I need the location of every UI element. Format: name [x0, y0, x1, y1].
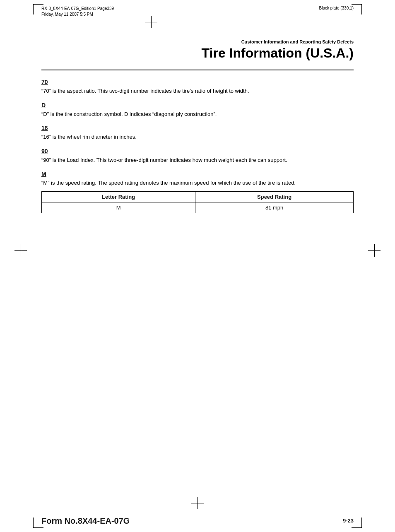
section-text-d: “D” is the tire construction symbol. D i… — [41, 110, 354, 118]
crosshair-top — [145, 16, 157, 28]
crop-mark-bl-v — [33, 518, 34, 528]
crop-mark-tl-h — [33, 4, 43, 5]
section-70: 70 “70” is the aspect ratio. This two-di… — [41, 79, 354, 95]
plate-info: Black plate (339,1) — [319, 6, 354, 10]
section-heading-70: 70 — [41, 79, 354, 85]
table-row: M 81 mph — [42, 202, 354, 213]
title-block: Customer Information and Reporting Safet… — [41, 39, 354, 65]
crop-mark-br-v — [361, 518, 362, 528]
section-text-16: “16” is the wheel rim diameter in inches… — [41, 133, 354, 141]
page-number: 9-23 — [343, 518, 354, 524]
section-heading-m: M — [41, 171, 354, 177]
crosshair-left — [14, 244, 27, 257]
crosshair-right — [368, 244, 381, 257]
section-m: M “M” is the speed rating. The speed rat… — [41, 171, 354, 213]
header-meta: RX-8_8X44-EA-07G_Edition1 Page339 Friday… — [41, 6, 114, 17]
section-heading-16: 16 — [41, 125, 354, 131]
title-subtitle: Customer Information and Reporting Safet… — [41, 39, 354, 44]
crop-mark-bl-h — [33, 527, 43, 528]
crop-mark-tl-v — [33, 4, 34, 14]
table-header-row: Letter Rating Speed Rating — [42, 191, 354, 202]
section-d: D “D” is the tire construction symbol. D… — [41, 102, 354, 118]
cell-speed-81mph: 81 mph — [195, 202, 354, 213]
speed-rating-table: Letter Rating Speed Rating M 81 mph — [41, 191, 354, 213]
file-info: RX-8_8X44-EA-07G_Edition1 Page339 — [41, 6, 114, 12]
date-info: Friday, May 11 2007 5:5 PM — [41, 12, 114, 17]
form-number: Form No.8X44-EA-07G — [41, 516, 130, 526]
col-speed-rating-header: Speed Rating — [195, 191, 354, 202]
title-main: Tire Information (U.S.A.) — [41, 46, 354, 60]
title-divider — [41, 70, 354, 70]
section-text-m: “M” is the speed rating. The speed ratin… — [41, 179, 354, 187]
crop-mark-tr-v — [361, 4, 362, 14]
section-heading-90: 90 — [41, 148, 354, 154]
section-text-70: “70” is the aspect ratio. This two-digit… — [41, 87, 354, 95]
section-16: 16 “16” is the wheel rim diameter in inc… — [41, 125, 354, 141]
section-heading-d: D — [41, 102, 354, 108]
section-text-90: “90” is the Load Index. This two-or thre… — [41, 156, 354, 164]
col-letter-rating-header: Letter Rating — [42, 191, 195, 202]
cell-letter-m: M — [42, 202, 195, 213]
content-area: Customer Information and Reporting Safet… — [41, 39, 354, 499]
crop-mark-tr-h — [352, 4, 362, 5]
page-container: RX-8_8X44-EA-07G_Edition1 Page339 Friday… — [0, 0, 395, 532]
section-90: 90 “90” is the Load Index. This two-or t… — [41, 148, 354, 164]
crop-mark-br-h — [352, 527, 362, 528]
